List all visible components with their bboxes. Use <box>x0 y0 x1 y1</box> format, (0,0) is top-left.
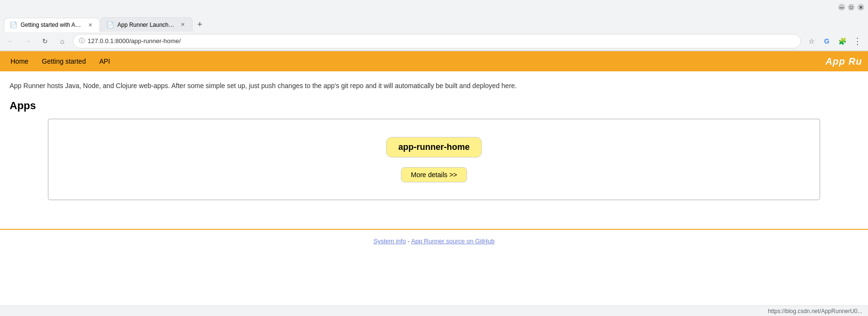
nav-home[interactable]: Home <box>6 55 33 68</box>
close-button[interactable]: ✕ <box>857 4 864 11</box>
forward-button[interactable]: → <box>21 34 34 48</box>
minimize-button[interactable]: — <box>838 4 845 11</box>
app-card: app-runner-home More details >> <box>386 137 481 182</box>
apps-container: app-runner-home More details >> <box>48 119 820 200</box>
home-button[interactable]: ⌂ <box>56 34 69 48</box>
title-bar: — □ ✕ <box>0 0 868 14</box>
footer-links: System info - App Runner source on GitHu… <box>8 237 860 245</box>
window-controls[interactable]: — □ ✕ <box>838 4 864 11</box>
new-tab-button[interactable]: + <box>193 17 207 32</box>
nav-brand: App Ru <box>825 56 862 67</box>
nav-api[interactable]: API <box>94 55 115 68</box>
address-bar[interactable]: ⓘ 127.0.0.1:8000/app-runner-home/ <box>73 34 801 48</box>
more-details-button[interactable]: More details >> <box>401 167 468 182</box>
footer-github-link[interactable]: App Runner source on GitHub <box>411 237 494 245</box>
tab-favicon-1: 📄 <box>10 22 17 28</box>
back-button[interactable]: ← <box>4 34 17 48</box>
tab-close-1[interactable]: ✕ <box>88 21 93 29</box>
app-nav: Home Getting started API App Ru <box>0 51 868 71</box>
address-row: ← → ↻ ⌂ ⓘ 127.0.0.1:8000/app-runner-home… <box>0 32 868 51</box>
nav-links: Home Getting started API <box>6 55 115 68</box>
main-content: App Runner hosts Java, Node, and Clojure… <box>0 71 868 210</box>
chrome-menu-button[interactable]: ⋮ <box>851 34 864 48</box>
tab-label-1: Getting started with App Runner <box>21 22 84 28</box>
maximize-button[interactable]: □ <box>848 4 855 11</box>
nav-getting-started[interactable]: Getting started <box>37 55 91 68</box>
tab-launch-pad[interactable]: 📄 App Runner Launch Pad ✕ <box>101 17 193 32</box>
tab-getting-started[interactable]: 📄 Getting started with App Runner ✕ <box>4 18 100 32</box>
footer: System info - App Runner source on GitHu… <box>0 229 868 252</box>
app-name-badge[interactable]: app-runner-home <box>386 137 481 158</box>
extensions-button[interactable]: 🧩 <box>835 34 849 48</box>
bookmark-button[interactable]: ☆ <box>805 34 818 48</box>
tab-close-2[interactable]: ✕ <box>179 21 186 29</box>
tab-favicon-2: 📄 <box>107 22 114 28</box>
tab-label-2: App Runner Launch Pad <box>117 22 175 28</box>
footer-system-info-link[interactable]: System info <box>374 237 406 245</box>
profile-button[interactable]: G <box>820 34 834 48</box>
tabs-row: 📄 Getting started with App Runner ✕ 📄 Ap… <box>0 14 868 32</box>
address-text: 127.0.0.1:8000/app-runner-home/ <box>88 37 795 45</box>
apps-section-title: Apps <box>10 100 858 112</box>
address-lock-icon: ⓘ <box>79 37 85 45</box>
address-actions: ☆ G 🧩 ⋮ <box>805 34 864 48</box>
refresh-button[interactable]: ↻ <box>38 34 52 48</box>
intro-text: App Runner hosts Java, Node, and Clojure… <box>10 81 858 91</box>
